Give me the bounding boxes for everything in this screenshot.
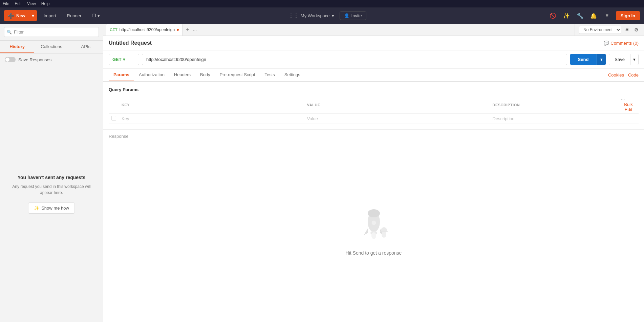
menu-edit[interactable]: Edit	[15, 1, 22, 6]
tab-body[interactable]: Body	[195, 69, 215, 81]
toggle-knob	[5, 58, 9, 62]
user-icon: 👤	[344, 13, 349, 18]
save-button[interactable]: Save	[609, 54, 630, 65]
send-button[interactable]: Send	[570, 54, 597, 65]
new-button-main[interactable]: ➕ New	[4, 10, 29, 21]
sparkle-icon[interactable]: ✨	[562, 11, 571, 20]
save-responses-row: Save Responses	[0, 53, 103, 66]
blocked-icon[interactable]: 🚫	[548, 11, 558, 20]
show-me-how-label: Show me how	[41, 206, 69, 211]
tab-authorization[interactable]: Authorization	[134, 69, 169, 81]
wrench-icon[interactable]: 🔧	[575, 11, 585, 20]
cookies-link[interactable]: Cookies	[608, 72, 624, 78]
params-table: KEY VALUE DESCRIPTION ⋯ Bulk Edit	[109, 96, 639, 124]
svg-point-2	[371, 220, 376, 225]
bulk-edit-button[interactable]: Bulk Edit	[621, 102, 636, 112]
sidebar-tab-history[interactable]: History	[0, 41, 34, 53]
tab-method-badge: GET	[110, 28, 117, 32]
tab-params[interactable]: Params	[109, 69, 134, 81]
signin-button[interactable]: Sign In	[616, 11, 640, 20]
invite-button[interactable]: 👤 Invite	[340, 12, 366, 20]
tab-url: http://localhost:9200/openfeign	[120, 27, 175, 32]
col-key-header: KEY	[119, 96, 304, 114]
table-row	[109, 114, 639, 124]
toolbar: ➕ New ▾ Import Runner ❐ ▾ ⋮⋮ My Workspac…	[0, 7, 644, 24]
show-me-how-button[interactable]: ✨ Show me how	[28, 202, 75, 214]
capture-icon: ❐ ▾	[92, 13, 100, 18]
workspace-chevron-icon: ▾	[332, 13, 334, 18]
empty-title: You haven't sent any requests	[18, 175, 86, 180]
svg-point-1	[368, 209, 380, 217]
menu-bar: File Edit View Help	[0, 0, 644, 7]
tabs-bar: GET http://localhost:9200/openfeign + ··…	[103, 24, 575, 36]
capture-button[interactable]: ❐ ▾	[88, 10, 104, 21]
empty-text: Any request you send in this workspace w…	[7, 184, 96, 196]
col-value-header: VALUE	[304, 96, 490, 114]
method-selector[interactable]: GET ▾	[109, 54, 139, 65]
query-params-title: Query Params	[109, 87, 639, 92]
row-actions-cell	[618, 114, 639, 124]
import-button[interactable]: Import	[40, 10, 60, 21]
tab-unsaved-dot	[177, 29, 179, 31]
url-bar: GET ▾ Send ▾ Save ▾	[103, 50, 644, 69]
content-area: GET http://localhost:9200/openfeign + ··…	[103, 24, 644, 322]
method-label: GET	[112, 57, 122, 62]
bell-icon[interactable]: 🔔	[589, 11, 598, 20]
environment-section: No Environment 👁 ⚙	[575, 24, 644, 36]
main-layout: 🔍 History Collections APIs Save Response…	[0, 24, 644, 322]
menu-view[interactable]: View	[27, 1, 36, 6]
new-label: New	[16, 13, 25, 18]
row-checkbox[interactable]	[111, 116, 116, 121]
environment-eye-button[interactable]: 👁	[623, 26, 631, 33]
new-button[interactable]: ➕ New ▾	[4, 10, 37, 21]
environment-dropdown[interactable]: No Environment	[579, 26, 621, 34]
row-more-icon[interactable]: ⋯	[621, 98, 625, 102]
svg-point-6	[382, 231, 386, 238]
rocket-svg	[355, 207, 392, 245]
key-cell	[119, 114, 304, 124]
environment-settings-button[interactable]: ⚙	[633, 26, 640, 33]
sidebar-tab-apis[interactable]: APIs	[69, 41, 103, 53]
url-input[interactable]	[142, 54, 567, 65]
value-input[interactable]	[307, 116, 487, 121]
sidebar-tab-collections[interactable]: Collections	[34, 41, 68, 53]
runner-button[interactable]: Runner	[63, 10, 86, 21]
new-dropdown-arrow[interactable]: ▾	[29, 10, 37, 21]
tabs-more-button[interactable]: ···	[193, 27, 197, 33]
new-tab-button[interactable]: +	[184, 27, 192, 33]
request-tab[interactable]: GET http://localhost:9200/openfeign	[106, 24, 183, 36]
request-title: Untitled Request	[109, 40, 152, 46]
desc-input[interactable]	[493, 116, 616, 121]
save-responses-toggle[interactable]	[5, 57, 16, 62]
row-checkbox-cell	[109, 114, 119, 124]
key-input[interactable]	[122, 116, 302, 121]
tab-settings[interactable]: Settings	[280, 69, 305, 81]
sidebar-tabs: History Collections APIs	[0, 41, 103, 53]
send-dropdown-button[interactable]: ▾	[597, 54, 606, 65]
response-section: Hit Send to get a response	[103, 140, 644, 322]
workspace-name: My Workspace	[301, 13, 330, 18]
workspace-button[interactable]: ⋮⋮ My Workspace ▾	[286, 11, 337, 20]
save-dropdown-button[interactable]: ▾	[630, 54, 638, 65]
response-hint: Hit Send to get a response	[346, 250, 402, 256]
request-tabs-row: Params Authorization Headers Body Pre-re…	[103, 69, 644, 82]
sparkles-icon: ✨	[34, 206, 39, 211]
sidebar-empty: You haven't sent any requests Any reques…	[0, 66, 103, 322]
menu-help[interactable]: Help	[41, 1, 50, 6]
svg-point-4	[371, 232, 376, 239]
method-dropdown-arrow: ▾	[123, 57, 125, 62]
heart-icon[interactable]: ♥	[602, 11, 612, 20]
tab-headers[interactable]: Headers	[169, 69, 195, 81]
request-tabs-left: Params Authorization Headers Body Pre-re…	[109, 69, 305, 81]
comments-button[interactable]: 💬 Comments (0)	[604, 41, 639, 46]
search-input[interactable]	[4, 27, 99, 37]
menu-file[interactable]: File	[3, 1, 9, 6]
col-check-header	[109, 96, 119, 114]
tab-prerequest[interactable]: Pre-request Script	[215, 69, 260, 81]
sidebar: 🔍 History Collections APIs Save Response…	[0, 24, 103, 322]
comments-label: Comments	[610, 41, 632, 46]
code-link[interactable]: Code	[628, 72, 639, 78]
tab-tests[interactable]: Tests	[260, 69, 279, 81]
save-responses-label: Save Responses	[18, 57, 51, 62]
toolbar-center: ⋮⋮ My Workspace ▾ 👤 Invite	[107, 11, 545, 20]
